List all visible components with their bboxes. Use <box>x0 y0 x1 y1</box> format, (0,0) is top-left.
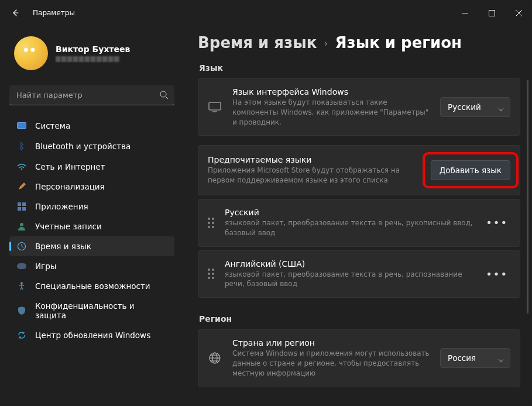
profile-block[interactable]: Виктор Бухтеев <box>9 28 174 81</box>
main-content: Время и язык › Язык и регион Язык Язык и… <box>181 28 532 406</box>
card-desc: Приложения Microsoft Store будут отображ… <box>208 166 420 185</box>
language-name: Русский <box>225 208 473 217</box>
card-title: Язык интерфейса Windows <box>232 87 430 97</box>
nav-list: Система ᛒBluetooth и устройства Сеть и И… <box>9 116 174 345</box>
app-title: Параметры <box>33 9 75 17</box>
nav-label: Время и язык <box>35 242 91 251</box>
more-button[interactable]: ••• <box>483 216 510 229</box>
system-icon <box>16 122 27 129</box>
nav-label: Центр обновления Windows <box>35 331 150 340</box>
section-language: Язык <box>199 63 520 73</box>
apps-icon <box>16 202 27 211</box>
accessibility-icon <box>16 281 27 291</box>
display-language-select[interactable]: Русский <box>440 97 510 117</box>
nav-gaming[interactable]: Игры <box>9 256 174 276</box>
svg-rect-0 <box>489 10 495 16</box>
breadcrumb: Время и язык › Язык и регион <box>198 34 520 51</box>
nav-label: Приложения <box>35 202 88 211</box>
nav-label: Учетные записи <box>35 222 102 231</box>
maximize-icon <box>489 10 495 16</box>
nav-system[interactable]: Система <box>9 116 174 136</box>
svg-rect-12 <box>209 102 221 110</box>
search-input[interactable] <box>9 85 174 105</box>
language-name: Английский (США) <box>225 259 473 269</box>
nav-label: Игры <box>35 262 56 271</box>
nav-time-language[interactable]: Время и язык <box>9 236 174 256</box>
select-value: Русский <box>448 102 481 112</box>
nav-network[interactable]: Сеть и Интернет <box>9 157 174 177</box>
breadcrumb-parent[interactable]: Время и язык <box>198 34 317 51</box>
settings-window: Параметры Виктор Бухтеев <box>0 0 532 406</box>
nav-accessibility[interactable]: Специальные возможности <box>9 276 174 296</box>
language-item-russian[interactable]: Русский языковой пакет, преобразование т… <box>198 199 520 247</box>
nav-privacy[interactable]: Конфиденциальность и защита <box>9 296 174 325</box>
svg-point-11 <box>20 282 23 284</box>
drag-handle-icon[interactable] <box>208 218 214 228</box>
preferred-languages-card: Предпочитаемые языки Приложения Microsof… <box>198 145 520 195</box>
add-language-button[interactable]: Добавить язык <box>431 160 510 180</box>
minimize-icon <box>462 10 468 16</box>
language-features: языковой пакет, преобразование текста в … <box>225 270 473 290</box>
maximize-button[interactable] <box>478 4 505 22</box>
wifi-icon <box>16 163 27 170</box>
search-icon <box>159 90 169 102</box>
nav-label: Конфиденциальность и защита <box>35 301 167 320</box>
select-value: Россия <box>448 353 476 363</box>
nav-label: Сеть и Интернет <box>35 162 105 171</box>
more-button[interactable]: ••• <box>483 268 510 280</box>
profile-email-blurred <box>56 56 120 62</box>
language-features: языковой пакет, преобразование текста в … <box>225 218 473 238</box>
close-button[interactable] <box>505 4 532 22</box>
avatar <box>14 36 48 70</box>
svg-point-1 <box>160 91 166 97</box>
section-region: Регион <box>199 314 520 324</box>
country-region-select[interactable]: Россия <box>440 348 510 368</box>
update-icon <box>16 331 27 340</box>
title-bar: Параметры <box>0 0 532 26</box>
clock-globe-icon <box>16 242 27 251</box>
svg-point-3 <box>21 168 22 170</box>
card-desc: На этом языке будут показываться такие к… <box>232 98 430 127</box>
nav-apps[interactable]: Приложения <box>9 197 174 216</box>
drag-handle-icon[interactable] <box>208 269 214 279</box>
user-icon <box>16 222 27 231</box>
breadcrumb-current: Язык и регион <box>335 34 462 51</box>
card-desc: Система Windows и приложения могут испол… <box>232 349 430 378</box>
scrollbar[interactable] <box>527 80 528 314</box>
gaming-icon <box>16 263 27 270</box>
brush-icon <box>16 182 27 191</box>
close-icon <box>516 10 522 16</box>
chevron-down-icon <box>498 355 504 364</box>
svg-rect-7 <box>22 207 26 211</box>
country-region-card[interactable]: Страна или регион Система Windows и прил… <box>198 329 520 387</box>
svg-rect-5 <box>22 202 26 206</box>
profile-name: Виктор Бухтеев <box>56 44 130 54</box>
nav-label: Персонализация <box>35 182 105 191</box>
language-item-english[interactable]: Английский (США) языковой пакет, преобра… <box>198 250 520 298</box>
sidebar: Виктор Бухтеев Система ᛒBluetooth и устр… <box>0 28 181 406</box>
search-box[interactable] <box>9 85 174 105</box>
minimize-button[interactable] <box>451 4 478 22</box>
nav-label: Система <box>35 121 70 130</box>
nav-windows-update[interactable]: Центр обновления Windows <box>9 325 174 345</box>
nav-label: Специальные возможности <box>35 281 150 291</box>
nav-bluetooth[interactable]: ᛒBluetooth и устройства <box>9 136 174 157</box>
svg-rect-10 <box>17 263 26 269</box>
chevron-right-icon: › <box>324 37 328 49</box>
svg-rect-4 <box>18 202 21 206</box>
nav-personalization[interactable]: Персонализация <box>9 177 174 197</box>
svg-point-8 <box>20 223 23 226</box>
svg-rect-6 <box>18 207 21 211</box>
button-label: Добавить язык <box>440 166 502 175</box>
nav-accounts[interactable]: Учетные записи <box>9 216 174 236</box>
nav-label: Bluetooth и устройства <box>35 142 131 151</box>
globe-icon <box>208 352 222 364</box>
back-button[interactable] <box>5 2 26 23</box>
svg-rect-2 <box>18 123 26 129</box>
bluetooth-icon: ᛒ <box>16 141 27 152</box>
display-language-card[interactable]: Язык интерфейса Windows На этом языке бу… <box>198 78 520 136</box>
monitor-icon <box>208 102 222 112</box>
chevron-down-icon <box>498 104 504 113</box>
card-title: Страна или регион <box>232 338 430 347</box>
arrow-left-icon <box>11 8 20 18</box>
